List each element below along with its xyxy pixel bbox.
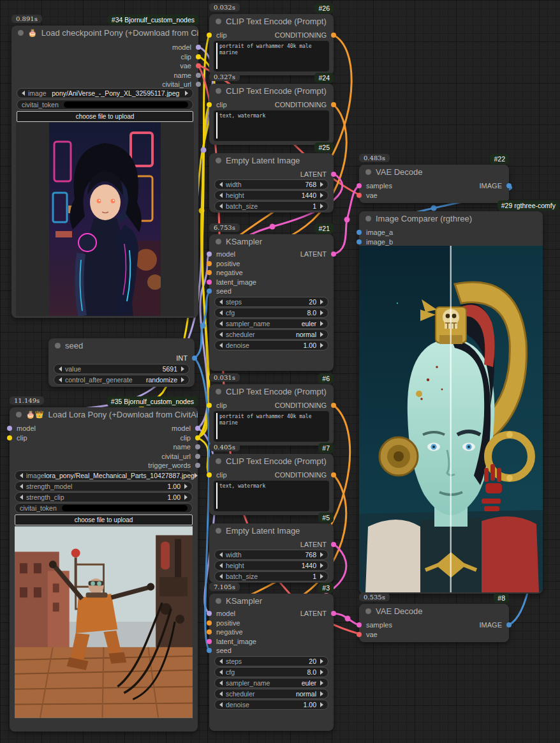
reroute-dot[interactable] xyxy=(344,217,350,223)
node-ksampler[interactable]: 6.753s #21 KSampler model positive negat… xyxy=(209,234,334,371)
node-title-bar[interactable]: CLIP Text Encode (Prompt) xyxy=(209,84,334,98)
node-title-bar[interactable]: 🎂 Load checkpoint Pony (+Download from C… xyxy=(11,26,198,40)
decrement-arrow-icon[interactable] xyxy=(20,495,23,500)
decrement-arrow-icon[interactable] xyxy=(219,204,223,209)
increment-arrow-icon[interactable] xyxy=(320,182,323,187)
node-ksampler[interactable]: 7.105s #3 KSampler model positive negati… xyxy=(209,594,334,731)
collapse-dot-icon[interactable] xyxy=(365,608,371,614)
collapse-dot-icon[interactable] xyxy=(216,19,221,24)
vae-input-slot[interactable] xyxy=(357,632,362,637)
seed-input-slot[interactable] xyxy=(207,648,212,653)
collapse-dot-icon[interactable] xyxy=(216,158,221,163)
scheduler-widget[interactable]: scheduler normal xyxy=(214,689,328,699)
increment-arrow-icon[interactable] xyxy=(184,495,188,500)
decrement-arrow-icon[interactable] xyxy=(59,366,62,372)
sampler-name-widget[interactable]: sampler_name euler xyxy=(214,319,328,329)
node-title-bar[interactable]: CLIP Text Encode (Prompt) xyxy=(209,454,334,468)
seed-input-slot[interactable] xyxy=(207,289,212,294)
latent-image-input-slot[interactable] xyxy=(207,639,212,644)
increment-arrow-icon[interactable] xyxy=(184,484,188,489)
upload-button[interactable]: choose file to upload xyxy=(15,514,193,525)
reroute-dot[interactable] xyxy=(201,147,207,153)
control-after-generate-widget[interactable]: control_after_generate randomize xyxy=(54,375,189,385)
collapse-dot-icon[interactable] xyxy=(216,458,221,464)
reroute-dot[interactable] xyxy=(431,206,437,211)
reroute-dot[interactable] xyxy=(200,323,206,329)
clip-output-slot[interactable] xyxy=(195,435,200,440)
node-load-checkpoint[interactable]: 0.891s #34 Bjornulf_custom_nodes 🎂 Load … xyxy=(11,26,198,318)
increment-arrow-icon[interactable] xyxy=(185,91,188,96)
node-clip-text-encode[interactable]: 0.032s #26 CLIP Text Encode (Prompt) cli… xyxy=(209,14,334,75)
node-clip-text-encode[interactable]: 0.327s #24 CLIP Text Encode (Prompt) cli… xyxy=(209,84,334,145)
image-comparer-viewport[interactable] xyxy=(359,246,543,592)
increment-arrow-icon[interactable] xyxy=(320,552,323,557)
collapse-dot-icon[interactable] xyxy=(55,343,61,349)
decrement-arrow-icon[interactable] xyxy=(219,563,223,568)
node-clip-text-encode[interactable]: 0.031s #6 CLIP Text Encode (Prompt) clip… xyxy=(209,384,334,446)
image-combo-widget[interactable]: image lora_pony/Real_Mechanical_Parts_10… xyxy=(15,470,193,481)
upload-button[interactable]: choose file to upload xyxy=(17,111,193,122)
steps-widget[interactable]: steps 20 xyxy=(214,656,328,666)
node-title-bar[interactable]: seed xyxy=(48,338,195,352)
increment-arrow-icon[interactable] xyxy=(320,670,323,675)
decrement-arrow-icon[interactable] xyxy=(219,343,223,348)
value-widget[interactable]: value 5691 xyxy=(54,364,189,374)
increment-arrow-icon[interactable] xyxy=(320,691,323,696)
civitai-token-widget[interactable]: civitai_token xyxy=(17,100,193,110)
decrement-arrow-icon[interactable] xyxy=(219,182,223,187)
sampler-name-widget[interactable]: sampler_name euler xyxy=(214,678,328,688)
increment-arrow-icon[interactable] xyxy=(320,332,323,337)
node-title-bar[interactable]: Empty Latent Image xyxy=(209,153,334,167)
collapse-dot-icon[interactable] xyxy=(365,169,371,175)
comparer-slider-line[interactable] xyxy=(450,246,452,592)
node-clip-text-encode[interactable]: 0.405s #7 CLIP Text Encode (Prompt) clip… xyxy=(209,454,334,515)
increment-arrow-icon[interactable] xyxy=(320,702,323,707)
image-combo-widget[interactable]: image pony/AniVerse_-_Pony_XL_32595117.j… xyxy=(17,88,193,98)
batch-size-widget[interactable]: batch_size 1 xyxy=(214,201,328,211)
reroute-dot[interactable] xyxy=(199,208,205,214)
node-vae-decode[interactable]: 0.483s #22 VAE Decode samples vae IMAGE xyxy=(359,165,509,203)
decrement-arrow-icon[interactable] xyxy=(219,332,223,337)
node-vae-decode[interactable]: 0.535s #8 VAE Decode samples vae IMAGE xyxy=(359,604,509,642)
masked-token-field[interactable] xyxy=(64,101,188,108)
decrement-arrow-icon[interactable] xyxy=(219,310,223,315)
width-widget[interactable]: width 768 xyxy=(214,550,328,560)
denoise-widget[interactable]: denoise 1.00 xyxy=(214,340,328,350)
decrement-arrow-icon[interactable] xyxy=(22,91,25,96)
increment-arrow-icon[interactable] xyxy=(181,377,184,382)
increment-arrow-icon[interactable] xyxy=(320,204,323,209)
node-title-bar[interactable]: VAE Decode xyxy=(359,604,509,618)
civitai-url-output-slot[interactable] xyxy=(195,454,200,459)
collapse-dot-icon[interactable] xyxy=(18,30,24,36)
height-widget[interactable]: height 1440 xyxy=(214,190,328,200)
negative-input-slot[interactable] xyxy=(207,270,212,275)
node-title-bar[interactable]: KSampler xyxy=(209,234,334,248)
decrement-arrow-icon[interactable] xyxy=(20,473,23,478)
increment-arrow-icon[interactable] xyxy=(195,473,198,478)
latent-image-input-slot[interactable] xyxy=(207,280,212,285)
node-title-bar[interactable]: VAE Decode xyxy=(359,165,509,179)
height-widget[interactable]: height 1440 xyxy=(214,560,328,571)
prompt-textarea[interactable]: text, watermark xyxy=(214,110,329,141)
node-empty-latent-image[interactable]: #25 Empty Latent Image LATENT width 768 … xyxy=(209,153,334,213)
node-title-bar[interactable]: Empty Latent Image xyxy=(209,523,334,537)
node-title-bar[interactable]: 🎂👑 Load Lora Pony (+Download from CivitA… xyxy=(10,407,198,421)
decrement-arrow-icon[interactable] xyxy=(219,321,223,326)
masked-token-field[interactable] xyxy=(62,505,188,511)
collapse-dot-icon[interactable] xyxy=(216,528,221,534)
increment-arrow-icon[interactable] xyxy=(320,193,323,198)
node-title-bar[interactable]: CLIP Text Encode (Prompt) xyxy=(209,384,334,398)
decrement-arrow-icon[interactable] xyxy=(219,193,223,198)
node-load-lora[interactable]: 11.149s #35 Bjornulf_custom_nodes 🎂👑 Loa… xyxy=(10,407,198,732)
positive-input-slot[interactable] xyxy=(207,261,212,266)
prompt-textarea[interactable]: text, watermark xyxy=(214,481,329,511)
clip-output-slot[interactable] xyxy=(196,54,201,59)
increment-arrow-icon[interactable] xyxy=(320,310,323,315)
cfg-widget[interactable]: cfg 8.0 xyxy=(214,667,328,677)
increment-arrow-icon[interactable] xyxy=(320,299,323,304)
node-title-bar[interactable]: KSampler xyxy=(209,594,334,608)
decrement-arrow-icon[interactable] xyxy=(219,702,223,707)
increment-arrow-icon[interactable] xyxy=(320,659,323,664)
decrement-arrow-icon[interactable] xyxy=(20,484,23,489)
scheduler-widget[interactable]: scheduler normal xyxy=(214,329,328,340)
